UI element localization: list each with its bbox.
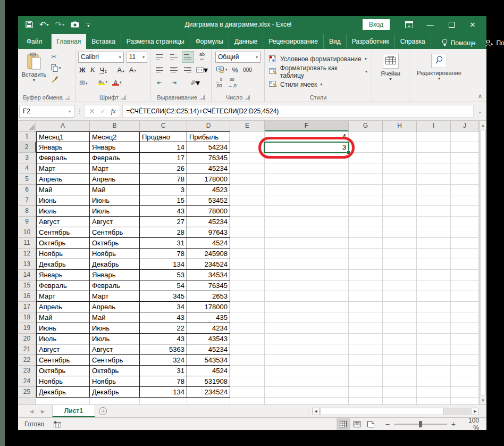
cell-J19[interactable] — [451, 323, 479, 334]
cell-D1[interactable]: Прибыль — [187, 131, 230, 142]
save-icon[interactable] — [26, 21, 33, 28]
cell-G21[interactable] — [349, 344, 383, 355]
cell-G24[interactable] — [349, 376, 383, 387]
cell-E2[interactable] — [230, 142, 265, 153]
cell-F11[interactable] — [265, 238, 349, 249]
cell-C18[interactable]: 43 — [140, 312, 187, 323]
cell-B24[interactable]: Ноябрь — [90, 376, 140, 387]
cell-H11[interactable] — [383, 238, 417, 249]
cell-B14[interactable]: Январь — [90, 270, 140, 280]
cell-A9[interactable]: Август — [36, 217, 90, 227]
cell-E16[interactable] — [230, 291, 265, 302]
cell-G6[interactable] — [349, 185, 383, 195]
cell-I1[interactable] — [417, 131, 451, 142]
font-dialog-launcher[interactable] — [121, 95, 126, 100]
cell-D16[interactable]: 2653 — [187, 291, 230, 302]
cell-E5[interactable] — [230, 174, 265, 185]
cell-F25[interactable] — [265, 387, 349, 398]
cell-I22[interactable] — [417, 355, 451, 366]
cell-J10[interactable] — [451, 227, 479, 238]
cell-I12[interactable] — [417, 249, 451, 259]
cell-G5[interactable] — [349, 174, 383, 185]
cell-I4[interactable] — [417, 163, 451, 174]
cell-I13[interactable] — [417, 259, 451, 270]
align-dialog-launcher[interactable] — [199, 95, 205, 100]
cell-C7[interactable]: 15 — [140, 195, 187, 206]
cell-A24[interactable]: Ноябрь — [36, 376, 90, 387]
new-sheet-button[interactable]: + — [99, 407, 107, 415]
cell-G22[interactable] — [349, 355, 383, 366]
cell-D26[interactable] — [187, 398, 230, 404]
cell-I21[interactable] — [417, 344, 451, 355]
editing-button[interactable]: Редактирование ▾ — [413, 51, 466, 93]
cell-D3[interactable]: 76345 — [187, 153, 230, 163]
cell-F13[interactable] — [265, 259, 349, 270]
cell-J6[interactable] — [451, 185, 479, 195]
decrease-indent-button[interactable]: ⇤ — [154, 77, 165, 88]
format-as-table-button[interactable]: Форматировать как таблицу▾ — [269, 64, 367, 79]
cell-D5[interactable]: 178000 — [187, 174, 230, 185]
cell-A1[interactable]: Месяц1 — [36, 131, 90, 142]
cell-G13[interactable] — [349, 259, 383, 270]
cell-G20[interactable] — [349, 334, 383, 344]
cancel-entry-button[interactable]: ✕ — [89, 107, 95, 115]
increase-decimal-button[interactable]: ←0,00 — [215, 78, 222, 88]
cell-H21[interactable] — [383, 344, 417, 355]
cell-C8[interactable]: 43 — [140, 206, 187, 217]
row-header-16[interactable]: 16 — [18, 291, 36, 302]
cell-F12[interactable] — [265, 249, 349, 259]
cell-J12[interactable] — [451, 249, 479, 259]
cell-I7[interactable] — [417, 195, 451, 206]
cell-H23[interactable] — [383, 366, 417, 376]
cell-J25[interactable] — [451, 387, 479, 398]
cell-B1[interactable]: Месяц2 — [90, 131, 140, 142]
share-button[interactable]: Поделиться — [485, 39, 504, 47]
cell-J24[interactable] — [451, 376, 479, 387]
normal-view-button[interactable] — [337, 418, 350, 430]
cell-I5[interactable] — [417, 174, 451, 185]
row-header-19[interactable]: 19 — [18, 323, 36, 334]
cell-I6[interactable] — [417, 185, 451, 195]
zoom-out-button[interactable]: − — [385, 420, 390, 428]
column-header-G[interactable]: G — [349, 121, 383, 131]
align-right-button[interactable] — [182, 64, 194, 75]
cell-H8[interactable] — [383, 206, 417, 217]
cell-E11[interactable] — [230, 238, 265, 249]
cell-C19[interactable]: 22 — [140, 323, 187, 334]
expand-formula-bar-button[interactable]: ⌄ — [476, 109, 484, 114]
assistant-button[interactable]: Помощн — [442, 39, 476, 47]
cell-F15[interactable] — [265, 280, 349, 291]
cell-C11[interactable]: 31 — [140, 238, 187, 249]
cell-I8[interactable] — [417, 206, 451, 217]
cell-D15[interactable]: 76345 — [187, 280, 230, 291]
cell-I16[interactable] — [417, 291, 451, 302]
cell-J7[interactable] — [451, 195, 479, 206]
tab-view[interactable]: Вид — [324, 34, 347, 49]
confirm-entry-button[interactable]: ✓ — [100, 108, 106, 115]
macro-record-button[interactable] — [54, 421, 61, 427]
cell-G23[interactable] — [349, 366, 383, 376]
cell-A19[interactable]: Июнь — [36, 323, 90, 334]
cell-A15[interactable]: Февраль — [36, 280, 90, 291]
cell-D22[interactable]: 543534 — [187, 355, 230, 366]
cell-H18[interactable] — [383, 312, 417, 323]
tab-review[interactable]: Рецензирование — [263, 34, 324, 49]
undo-button[interactable]: ↶▾ — [39, 20, 49, 29]
font-color-button[interactable]: А ▾ — [111, 80, 123, 86]
cell-J2[interactable] — [451, 142, 479, 153]
cell-I23[interactable] — [417, 366, 451, 376]
cell-A13[interactable]: Декабрь — [36, 259, 90, 270]
row-header-8[interactable]: 8 — [18, 206, 36, 217]
horizontal-scrollbar[interactable] — [321, 408, 471, 415]
vertical-scroll-thumb[interactable] — [481, 130, 486, 395]
tab-file[interactable]: Файл — [18, 34, 52, 49]
scrollbar-grip[interactable]: ⋮ — [306, 408, 311, 414]
cell-I25[interactable] — [417, 387, 451, 398]
page-layout-view-button[interactable] — [350, 418, 364, 430]
cell-A21[interactable]: Август — [36, 344, 90, 355]
cell-J21[interactable] — [451, 344, 479, 355]
row-header-9[interactable]: 9 — [18, 217, 36, 227]
cell-A17[interactable]: Апрель — [36, 302, 90, 312]
row-header-23[interactable]: 23 — [18, 366, 36, 376]
bold-button[interactable]: Ж — [78, 66, 87, 74]
